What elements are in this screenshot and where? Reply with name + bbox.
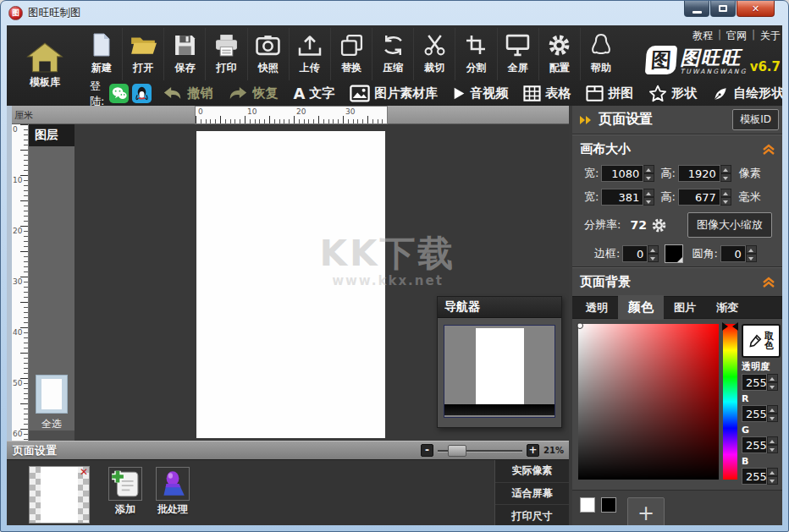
navigator-preview[interactable]: [444, 325, 555, 418]
link-about[interactable]: 关于: [760, 29, 781, 43]
app-body: 模板库 新建 打开 保存 打印: [7, 25, 782, 525]
r-stepper[interactable]: [767, 405, 778, 422]
black-swatch[interactable]: [601, 497, 616, 513]
pick-color-button[interactable]: 取色: [742, 324, 781, 358]
freeform-shape-label: 自绘形状: [733, 85, 782, 101]
width-mm-label: 宽:: [584, 189, 599, 205]
delete-page-icon[interactable]: ✕: [80, 466, 88, 478]
page-thumbnail[interactable]: ✕: [29, 466, 90, 524]
tab-gradient[interactable]: 渐变: [706, 296, 748, 320]
close-button[interactable]: ✕: [737, 1, 775, 17]
r-input[interactable]: 255: [742, 405, 767, 422]
text-tool-label: 文字: [309, 85, 334, 101]
height-px-stepper[interactable]: [720, 165, 731, 182]
save-button[interactable]: 保存: [163, 28, 205, 80]
opacity-input[interactable]: 255: [742, 374, 767, 391]
corner-input[interactable]: 0: [720, 245, 746, 262]
width-px-stepper[interactable]: [643, 165, 654, 182]
corner-stepper[interactable]: [746, 245, 757, 262]
snapshot-button[interactable]: 快照: [247, 28, 289, 80]
height-px-input[interactable]: 1920: [678, 165, 720, 182]
layer-thumbnail[interactable]: [36, 375, 68, 414]
zoom-slider-handle[interactable]: [448, 445, 466, 457]
link-divider: |: [718, 29, 721, 43]
star-icon: [648, 85, 667, 102]
border-color-swatch[interactable]: [665, 244, 683, 263]
batch-process-button[interactable]: 批处理: [151, 467, 195, 517]
tab-color[interactable]: 颜色: [618, 295, 664, 320]
size-px-row: 宽: 1080 高: 1920 像素: [572, 162, 782, 185]
zoom-slider-track[interactable]: [438, 445, 522, 457]
b-input[interactable]: 255: [742, 468, 767, 485]
hue-slider[interactable]: [723, 324, 737, 480]
shape-button[interactable]: 形状: [641, 85, 704, 102]
zoom-in-button[interactable]: +: [527, 444, 539, 457]
maximize-button[interactable]: [710, 1, 736, 17]
fullscreen-button[interactable]: 全屏: [497, 28, 538, 80]
qq-login-icon[interactable]: [132, 84, 152, 103]
image-library-button[interactable]: 图片素材库: [342, 85, 445, 102]
text-tool-button[interactable]: A 文字: [285, 85, 342, 102]
r-label: R: [742, 393, 748, 404]
link-website[interactable]: 官网: [726, 29, 747, 43]
collapse-background-icon[interactable]: [760, 277, 777, 288]
fit-screen-button[interactable]: 适合屏幕: [495, 482, 569, 505]
canvas[interactable]: [196, 131, 385, 438]
redo-button[interactable]: 恢复: [220, 85, 285, 101]
config-button[interactable]: 配置: [538, 28, 580, 80]
opacity-stepper[interactable]: [767, 374, 778, 391]
template-id-button[interactable]: 模板ID: [732, 109, 779, 130]
width-mm-stepper[interactable]: [643, 189, 654, 206]
tab-image[interactable]: 图片: [664, 296, 706, 320]
tab-transparent[interactable]: 透明: [576, 296, 618, 320]
width-px-input[interactable]: 1080: [601, 165, 643, 182]
border-stepper[interactable]: [648, 245, 659, 262]
image-scale-button[interactable]: 图像大小缩放: [687, 212, 772, 238]
upload-button[interactable]: 上传: [289, 28, 330, 80]
audio-video-button[interactable]: 音视频: [445, 85, 516, 101]
add-swatch-button[interactable]: +: [627, 497, 665, 525]
white-swatch[interactable]: [580, 497, 595, 513]
print-size-button[interactable]: 打印尺寸: [495, 504, 569, 525]
border-input[interactable]: 0: [622, 245, 648, 262]
open-button[interactable]: 打开: [122, 28, 163, 80]
replace-button[interactable]: 替换: [330, 28, 372, 80]
compress-button[interactable]: 压缩: [372, 28, 413, 80]
saturation-value-area[interactable]: [578, 324, 719, 480]
color-picker: 取色 透明度 255 R 255 G 255: [572, 319, 782, 485]
minimize-button[interactable]: [684, 1, 709, 17]
g-input[interactable]: 255: [742, 436, 767, 453]
table-tool-button[interactable]: 表格: [516, 85, 578, 101]
help-button[interactable]: 帮助: [580, 28, 621, 80]
collage-button[interactable]: 拼图: [578, 85, 641, 101]
split-button[interactable]: 分割: [455, 28, 496, 80]
print-button[interactable]: 打印: [205, 28, 246, 80]
height-mm-stepper[interactable]: [720, 189, 731, 206]
collapse-canvas-size-icon[interactable]: [760, 144, 777, 156]
b-stepper[interactable]: [767, 468, 778, 485]
add-page-button[interactable]: 添加: [103, 467, 147, 517]
double-arrow-icon[interactable]: [579, 115, 593, 125]
g-stepper[interactable]: [767, 436, 778, 453]
select-all-button[interactable]: 全选: [29, 417, 74, 431]
template-library-button[interactable]: 模板库: [8, 29, 81, 101]
replace-label: 替换: [341, 62, 361, 74]
freeform-shape-button[interactable]: 自绘形状: [704, 85, 782, 102]
link-tutorial[interactable]: 教程: [692, 29, 713, 43]
add-page-label: 添加: [103, 502, 147, 517]
zoom-out-button[interactable]: -: [421, 444, 433, 457]
table-icon: [523, 85, 541, 101]
width-mm-input[interactable]: 381: [601, 189, 643, 206]
window-grid-icon: [586, 85, 604, 101]
redo-icon: [228, 86, 248, 101]
zoom-level: 21%: [543, 446, 564, 455]
crop-button[interactable]: 裁切: [413, 28, 455, 80]
undo-button[interactable]: 撤销: [155, 85, 220, 101]
resolution-gear-icon[interactable]: [651, 217, 667, 233]
wechat-login-icon[interactable]: [109, 84, 129, 103]
actual-pixels-button[interactable]: 实际像素: [495, 460, 569, 482]
px-unit-label: 像素: [739, 166, 761, 181]
statusbar-label: 页面设置: [13, 443, 57, 458]
new-button[interactable]: 新建: [81, 28, 122, 80]
height-mm-input[interactable]: 677: [678, 189, 720, 206]
